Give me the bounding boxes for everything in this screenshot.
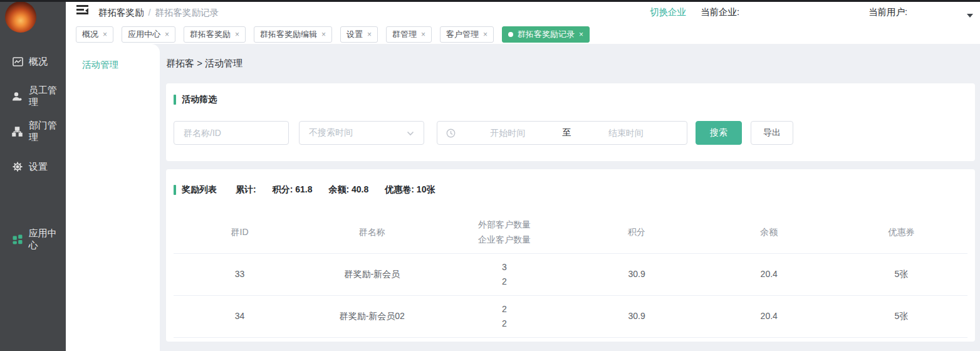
close-icon[interactable]: × <box>321 30 326 39</box>
cell-balance: 20.4 <box>703 254 835 295</box>
tab-group-manage[interactable]: 群管理× <box>386 26 432 43</box>
chart-icon <box>12 56 23 67</box>
content-area: 群拓客 > 活动管理 活动筛选 不搜索时间 <box>160 44 980 351</box>
filter-section-title: 活动筛选 <box>174 94 217 105</box>
avatar[interactable] <box>5 1 36 33</box>
cell-coupons: 5张 <box>835 254 967 295</box>
col-balance: 余额 <box>703 211 835 253</box>
top-header: 群拓客奖励/群拓客奖励记录 切换企业 当前企业: 当前用户: <box>66 0 980 26</box>
browser-edge-strip <box>0 0 980 2</box>
time-search-select-value: 不搜索时间 <box>309 127 353 139</box>
summary-points: 积分: 61.8 <box>273 184 313 196</box>
sidebar-item-departments[interactable]: 部门管理 <box>0 123 66 140</box>
close-icon[interactable]: × <box>579 30 583 39</box>
secondary-sidebar: 活动管理 <box>66 44 160 351</box>
tab-overview[interactable]: 概况× <box>76 26 113 43</box>
collapse-menu-icon[interactable] <box>76 5 88 14</box>
cell-group-name: 群奖励-新会员 <box>306 254 438 295</box>
summary-label: 累计: <box>236 184 256 196</box>
close-icon[interactable]: × <box>421 30 425 39</box>
time-search-select[interactable]: 不搜索时间 <box>299 121 424 145</box>
summary-coupons: 优惠卷: 10张 <box>385 184 435 196</box>
sidebar-item-label: 设置 <box>29 161 48 173</box>
start-time-input[interactable] <box>456 128 560 138</box>
col-group-name: 群名称 <box>306 211 438 253</box>
section-accent-bar <box>174 185 176 195</box>
rewards-title: 奖励列表 <box>182 184 217 196</box>
end-time-input[interactable] <box>574 128 679 138</box>
col-coupons: 优惠券 <box>835 211 967 253</box>
main-sidebar: 概况 员工管理 部门管理 设置 <box>0 0 66 351</box>
main-area: 群拓客奖励/群拓客奖励记录 切换企业 当前企业: 当前用户: 概况× 应用中心×… <box>66 0 980 351</box>
table-header-row: 群ID 群名称 外部客户数量 企业客户数量 积分 余额 优惠券 <box>174 211 967 254</box>
cell-group-id: 33 <box>174 254 306 295</box>
close-icon[interactable]: × <box>165 30 169 39</box>
switch-company-link[interactable]: 切换企业 <box>650 6 686 18</box>
summary-balance: 余额: 40.8 <box>328 184 368 196</box>
tab-settings[interactable]: 设置× <box>340 26 378 43</box>
tab-bar: 概况× 应用中心× 群拓客奖励× 群拓客奖励编辑× 设置× 群管理× 客户管理×… <box>66 26 980 44</box>
rewards-table: 群ID 群名称 外部客户数量 企业客户数量 积分 余额 优惠券 33 群奖励-新… <box>174 211 967 338</box>
workspace: 活动管理 群拓客 > 活动管理 活动筛选 不搜索时间 <box>66 44 980 351</box>
cell-balance: 20.4 <box>703 296 835 337</box>
breadcrumb-current: 群拓客奖励记录 <box>155 8 219 18</box>
close-icon[interactable]: × <box>367 30 372 39</box>
cell-points: 30.9 <box>571 254 703 295</box>
breadcrumb-separator: / <box>149 8 151 18</box>
clock-icon <box>446 128 456 138</box>
filter-card: 活动筛选 不搜索时间 <box>166 83 975 161</box>
sidebar-item-label: 概况 <box>29 56 48 68</box>
user-dropdown-caret-icon[interactable] <box>967 14 973 18</box>
sidebar-item-label: 应用中心 <box>29 228 66 251</box>
users-icon <box>12 91 23 102</box>
content-breadcrumb: 群拓客 > 活动管理 <box>166 58 242 70</box>
section-accent-bar <box>174 95 176 105</box>
col-customer-counts: 外部客户数量 企业客户数量 <box>438 211 570 253</box>
filter-row: 不搜索时间 至 搜索 导出 <box>174 121 793 145</box>
cell-coupons: 5张 <box>835 296 967 337</box>
group-name-input-wrap <box>174 121 289 145</box>
tab-app-center[interactable]: 应用中心× <box>122 26 175 43</box>
sidebar-item-employees[interactable]: 员工管理 <box>0 88 66 105</box>
export-button[interactable]: 导出 <box>751 121 793 145</box>
col-group-id: 群ID <box>174 211 306 253</box>
tab-group-reward[interactable]: 群拓客奖励× <box>184 26 246 43</box>
tab-group-reward-record[interactable]: 群拓客奖励记录× <box>502 26 590 43</box>
breadcrumb: 群拓客奖励/群拓客奖励记录 <box>98 7 219 19</box>
tab-group-reward-edit[interactable]: 群拓客奖励编辑× <box>254 26 332 43</box>
group-name-input[interactable] <box>174 122 288 144</box>
table-row[interactable]: 33 群奖励-新会员 3 2 30.9 20.4 5张 <box>174 254 967 296</box>
sidebar-item-overview[interactable]: 概况 <box>0 53 66 70</box>
cell-group-id: 34 <box>174 296 306 337</box>
gear-icon <box>12 161 23 172</box>
rewards-header: 奖励列表 累计: 积分: 61.8 余额: 40.8 优惠卷: 10张 <box>174 184 435 196</box>
close-icon[interactable]: × <box>235 30 239 39</box>
tab-customer-manage[interactable]: 客户管理× <box>440 26 494 43</box>
table-row[interactable]: 34 群奖励-新会员02 2 2 30.9 20.4 5张 <box>174 296 967 338</box>
close-icon[interactable]: × <box>483 30 487 39</box>
search-button[interactable]: 搜索 <box>696 121 742 145</box>
close-icon[interactable]: × <box>103 30 107 39</box>
current-company-label: 当前企业: <box>701 6 739 18</box>
sidebar-item-label: 员工管理 <box>29 85 66 108</box>
current-user-label: 当前用户: <box>868 6 907 18</box>
subsidebar-item-activity-manage[interactable]: 活动管理 <box>82 59 118 71</box>
org-icon <box>12 126 23 137</box>
sidebar-item-app-center[interactable]: 应用中心 <box>0 231 66 248</box>
cell-points: 30.9 <box>571 296 703 337</box>
cell-customer-counts: 2 2 <box>438 296 570 337</box>
apps-icon <box>12 234 23 245</box>
sidebar-item-settings[interactable]: 设置 <box>0 158 66 176</box>
col-points: 积分 <box>571 211 703 253</box>
active-dot-icon <box>508 32 513 37</box>
sidebar-item-label: 部门管理 <box>29 120 66 144</box>
date-range-picker[interactable]: 至 <box>437 121 687 145</box>
rewards-card: 奖励列表 累计: 积分: 61.8 余额: 40.8 优惠卷: 10张 群ID … <box>166 169 975 342</box>
cell-customer-counts: 3 2 <box>438 254 570 295</box>
range-separator: 至 <box>560 127 574 139</box>
cell-group-name: 群奖励-新会员02 <box>306 296 438 337</box>
chevron-down-icon <box>407 128 414 138</box>
breadcrumb-parent[interactable]: 群拓客奖励 <box>98 8 144 18</box>
